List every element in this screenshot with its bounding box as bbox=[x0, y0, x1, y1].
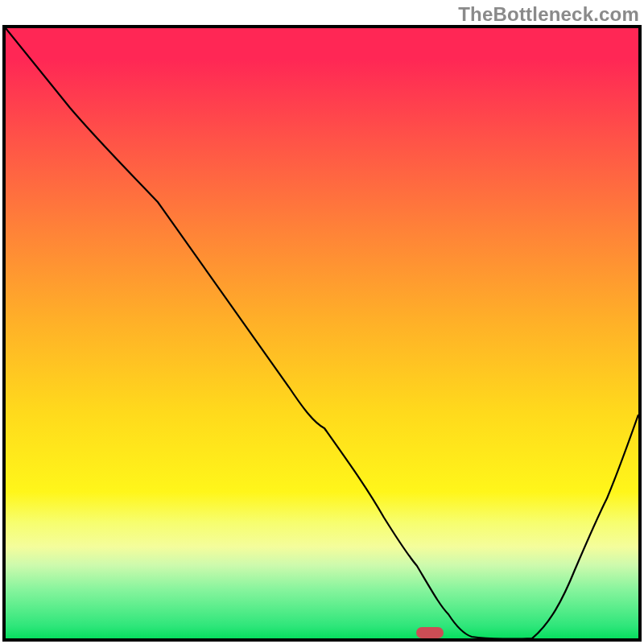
chart-frame-border bbox=[2, 25, 642, 642]
chart-canvas: TheBottleneck.com bbox=[0, 0, 644, 644]
watermark-text: TheBottleneck.com bbox=[458, 3, 639, 26]
